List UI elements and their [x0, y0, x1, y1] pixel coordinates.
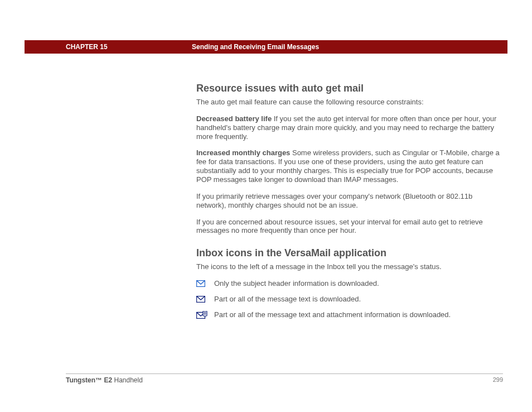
mail-attachment-icon	[196, 311, 214, 319]
section1-para-battery: Decreased battery life If you set the au…	[196, 114, 503, 141]
mail-text-icon	[196, 296, 214, 303]
chapter-header-bar: CHAPTER 15 Sending and Receiving Email M…	[25, 40, 507, 54]
section-heading-resource-issues: Resource issues with auto get mail	[196, 83, 503, 95]
section-heading-inbox-icons: Inbox icons in the VersaMail application	[196, 247, 503, 260]
section-inbox-icons: Inbox icons in the VersaMail application…	[196, 247, 503, 319]
page-number: 299	[493, 376, 503, 383]
icon-row-text-downloaded: Part or all of the message text is downl…	[196, 295, 503, 304]
icon-label-text-downloaded: Part or all of the message text is downl…	[214, 295, 503, 304]
section1-intro: The auto get mail feature can cause the …	[196, 98, 503, 107]
main-content: Resource issues with auto get mail The a…	[196, 83, 503, 326]
bold-decreased-battery: Decreased battery life	[196, 114, 272, 123]
footer-product-bold: Tungsten™ E2	[66, 376, 112, 384]
chapter-number: CHAPTER 15	[66, 43, 175, 51]
section1-para4: If you are concerned about resource issu…	[196, 218, 503, 236]
mail-header-only-icon	[196, 280, 214, 287]
icon-label-attachment: Part or all of the message text and atta…	[214, 310, 503, 319]
icon-row-header-only: Only the subject header information is d…	[196, 279, 503, 288]
page-footer: Tungsten™ E2 Handheld 299	[66, 373, 503, 384]
section2-intro: The icons to the left of a message in th…	[196, 262, 503, 271]
footer-product: Tungsten™ E2 Handheld	[66, 376, 143, 384]
footer-product-rest: Handheld	[112, 376, 143, 384]
icon-label-header-only: Only the subject header information is d…	[214, 279, 503, 288]
section1-para-charges: Increased monthly charges Some wireless …	[196, 148, 503, 184]
chapter-title: Sending and Receiving Email Messages	[192, 43, 319, 51]
icon-row-attachment: Part or all of the message text and atta…	[196, 310, 503, 319]
bold-increased-charges: Increased monthly charges	[196, 148, 290, 157]
document-page: CHAPTER 15 Sending and Receiving Email M…	[0, 0, 532, 412]
section1-para3: If you primarily retrieve messages over …	[196, 192, 503, 210]
